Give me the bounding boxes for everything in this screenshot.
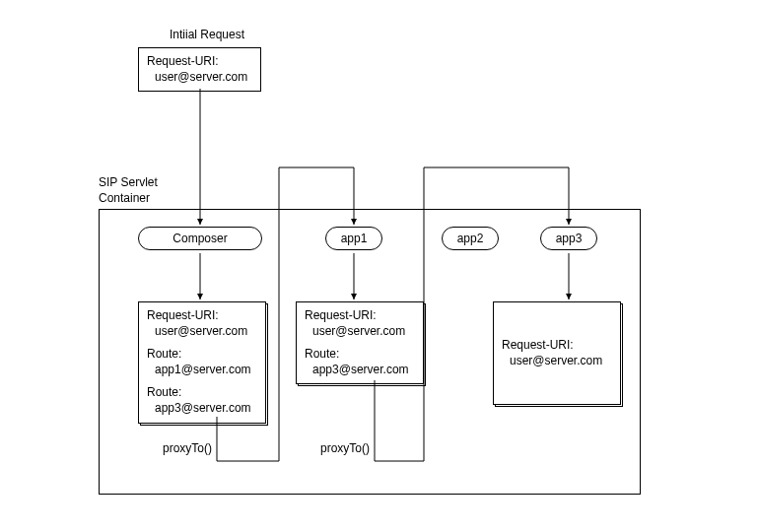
- text: SIP Servlet: [99, 175, 158, 191]
- proxy-label-2: proxyTo(): [320, 441, 370, 455]
- proxy-label-1: proxyTo(): [163, 441, 212, 455]
- composer-output-box: Request-URI: user@server.com Route: app1…: [138, 301, 266, 424]
- text: Route:: [147, 347, 257, 363]
- app3-node: app3: [540, 227, 597, 250]
- text: Request-URI:: [147, 308, 257, 324]
- text: user@server.com: [147, 70, 252, 86]
- container-label: SIP Servlet Container: [99, 175, 158, 206]
- text: Route:: [147, 385, 257, 401]
- text: Request-URI:: [147, 54, 252, 70]
- text: Request-URI:: [305, 308, 415, 324]
- composer-node: Composer: [138, 227, 262, 250]
- text: app3@server.com: [147, 401, 257, 417]
- text: user@server.com: [305, 324, 415, 340]
- text: user@server.com: [502, 354, 612, 369]
- text: Request-URI:: [502, 338, 612, 354]
- text: Container: [99, 191, 158, 207]
- initial-request-box: Request-URI: user@server.com: [138, 47, 261, 92]
- text: Route:: [305, 347, 415, 363]
- initial-request-label: Intiial Request: [170, 28, 244, 41]
- app1-output-box: Request-URI: user@server.com Route: app3…: [296, 301, 424, 384]
- text: app1@server.com: [147, 363, 257, 378]
- text: user@server.com: [147, 324, 257, 340]
- text: app3@server.com: [305, 363, 415, 378]
- app1-node: app1: [325, 227, 382, 250]
- app3-output-box: Request-URI: user@server.com: [493, 301, 621, 405]
- app2-node: app2: [442, 227, 499, 250]
